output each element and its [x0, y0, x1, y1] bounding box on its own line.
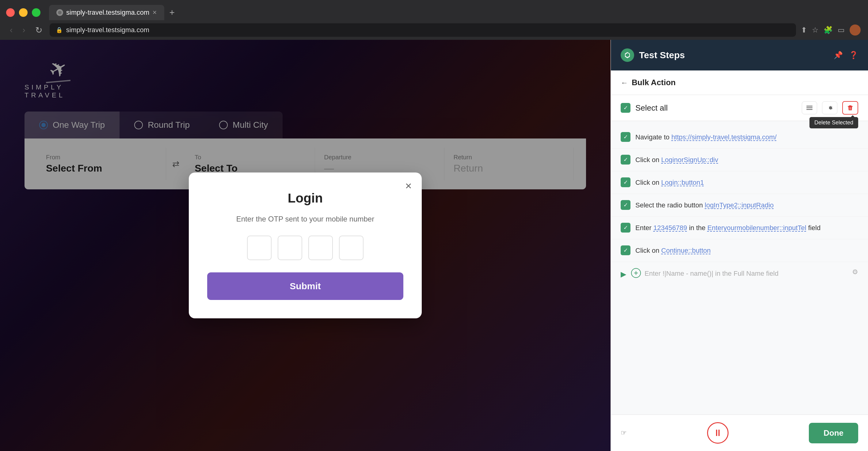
panel-header-right: 📌 ❓	[834, 51, 858, 59]
testsigma-logo	[621, 49, 634, 62]
sidebar-icon[interactable]: ▭	[838, 26, 845, 34]
panel-title: Test Steps	[639, 50, 685, 60]
svg-rect-1	[806, 106, 812, 107]
cursor-icon[interactable]: ☞	[621, 429, 627, 437]
settings-button[interactable]	[822, 101, 837, 114]
url-text: simply-travel.testsigma.com	[66, 26, 149, 34]
otp-input-group	[207, 236, 403, 260]
tab-bar: simply-travel.testsigma.com ✕ +	[0, 0, 868, 20]
step-item-3: ✓ Click on Login::button1	[611, 171, 868, 194]
step-1-prefix: Navigate to	[636, 133, 671, 141]
done-button[interactable]: Done	[809, 423, 858, 443]
modal-subtitle: Enter the OTP sent to your mobile number	[207, 215, 403, 223]
tab-favicon	[56, 9, 63, 16]
step-1-text: Navigate to https://simply-travel.testsi…	[636, 132, 858, 142]
step-3-prefix: Click on	[636, 179, 661, 186]
tab-title: simply-travel.testsigma.com	[66, 8, 149, 17]
step-item-4: ✓ Select the radio button logInType2::in…	[611, 194, 868, 217]
step-6-link[interactable]: Continue::button	[661, 247, 710, 254]
panel-header: Test Steps 📌 ❓	[611, 40, 868, 70]
step-6-prefix: Click on	[636, 247, 661, 254]
select-all-checkbox[interactable]: ✓	[621, 103, 630, 113]
delete-selected-button[interactable]	[842, 101, 858, 115]
bulk-action-back[interactable]: ← Bulk Action	[621, 78, 676, 87]
reorder-button[interactable]	[802, 101, 817, 114]
test-steps-panel: Test Steps 📌 ❓ ← Bulk Action ✓ Select al…	[611, 40, 868, 451]
lock-icon: 🔒	[56, 27, 63, 33]
step-6-checkbox[interactable]: ✓	[621, 246, 630, 255]
panel-header-left: Test Steps	[621, 49, 685, 62]
panel-footer: ☞ ⏸ Done	[611, 415, 868, 451]
tab-close-button[interactable]: ✕	[152, 9, 157, 16]
step-5-checkbox[interactable]: ✓	[621, 223, 630, 232]
otp-input-3[interactable]	[308, 236, 333, 260]
step-4-link[interactable]: logInType2::inputRadio	[705, 201, 774, 209]
user-avatar[interactable]	[849, 25, 861, 36]
maximize-traffic-light[interactable]	[32, 8, 40, 17]
play-indicator-icon: ▶	[621, 270, 626, 279]
otp-input-4[interactable]	[339, 236, 364, 260]
pending-step: ▶ Enter !|Name - name()| in the Full Nam…	[611, 262, 868, 285]
step-4-checkbox[interactable]: ✓	[621, 200, 630, 210]
select-all-label: Select all	[636, 103, 668, 113]
step-5-link2[interactable]: Enteryourmobilenumber::inputTel	[707, 224, 806, 232]
delete-button-wrapper: Delete Selected	[842, 101, 858, 115]
otp-input-2[interactable]	[278, 236, 302, 260]
bulk-action-bar: ← Bulk Action	[611, 70, 868, 95]
step-3-link[interactable]: Login::button1	[661, 179, 704, 186]
step-2-text: Click on LoginorSignUp::div	[636, 155, 858, 165]
step-6-text: Click on Continue::button	[636, 246, 858, 256]
minimize-traffic-light[interactable]	[19, 8, 28, 17]
step-5-text: Enter 123456789 in the Enteryourmobilenu…	[636, 223, 858, 233]
url-bar[interactable]: 🔒 simply-travel.testsigma.com	[50, 23, 796, 37]
submit-button[interactable]: Submit	[207, 272, 403, 300]
svg-point-0	[58, 11, 62, 14]
bookmark-icon[interactable]: ☆	[812, 26, 819, 34]
refresh-button[interactable]: ↻	[33, 24, 45, 36]
select-all-left: ✓ Select all	[621, 103, 668, 113]
pending-gear-icon[interactable]: ⚙	[852, 268, 858, 276]
step-3-checkbox[interactable]: ✓	[621, 178, 630, 187]
step-3-text: Click on Login::button1	[636, 178, 858, 188]
step-item-5: ✓ Enter 123456789 in the Enteryourmobile…	[611, 217, 868, 239]
traffic-lights	[6, 8, 40, 17]
step-5-link1[interactable]: 123456789	[653, 224, 687, 232]
svg-rect-3	[806, 109, 812, 110]
pending-add-icon	[631, 268, 641, 278]
select-all-bar: ✓ Select all Delete Selected	[611, 95, 868, 121]
modal-title: Login	[207, 191, 403, 205]
step-item-2: ✓ Click on LoginorSignUp::div	[611, 149, 868, 171]
modal-overlay: ✕ Login Enter the OTP sent to your mobil…	[0, 40, 611, 451]
browser-tab[interactable]: simply-travel.testsigma.com ✕	[49, 5, 164, 20]
back-arrow-icon: ←	[621, 78, 628, 87]
extension-icon[interactable]: 🧩	[824, 26, 833, 34]
step-item-1: ✓ Navigate to https://simply-travel.test…	[611, 126, 868, 149]
forward-button[interactable]: ›	[20, 24, 28, 36]
step-2-link[interactable]: LoginorSignUp::div	[661, 156, 718, 164]
help-icon[interactable]: ❓	[849, 51, 858, 59]
step-1-checkbox[interactable]: ✓	[621, 132, 630, 142]
new-tab-button[interactable]: +	[169, 7, 175, 18]
pause-button[interactable]: ⏸	[707, 422, 728, 444]
close-traffic-light[interactable]	[6, 8, 15, 17]
delete-tooltip: Delete Selected	[809, 117, 858, 128]
step-1-link[interactable]: https://simply-travel.testsigma.com/	[671, 133, 777, 141]
select-all-actions: Delete Selected	[802, 101, 858, 115]
modal-close-button[interactable]: ✕	[402, 180, 414, 192]
step-4-text: Select the radio button logInType2::inpu…	[636, 200, 858, 210]
step-5-middle: in the	[689, 224, 707, 232]
address-bar: ‹ › ↻ 🔒 simply-travel.testsigma.com ⬆ ☆ …	[0, 20, 868, 40]
step-2-checkbox[interactable]: ✓	[621, 155, 630, 164]
browser-actions: ⬆ ☆ 🧩 ▭	[801, 25, 861, 36]
svg-rect-2	[806, 107, 812, 108]
otp-input-1[interactable]	[247, 236, 272, 260]
steps-list: ✓ Navigate to https://simply-travel.test…	[611, 121, 868, 415]
back-button[interactable]: ‹	[7, 24, 15, 36]
pin-icon[interactable]: 📌	[834, 51, 843, 59]
travel-website: ✈ SIMPLY TRAVEL One Way Trip Round Trip …	[0, 40, 611, 451]
main-area: ✈ SIMPLY TRAVEL One Way Trip Round Trip …	[0, 40, 868, 451]
pending-step-text: Enter !|Name - name()| in the Full Name …	[645, 268, 847, 278]
share-icon[interactable]: ⬆	[801, 26, 807, 34]
pending-step-content: Enter !|Name - name()| in the Full Name …	[631, 268, 847, 278]
step-2-prefix: Click on	[636, 156, 661, 164]
